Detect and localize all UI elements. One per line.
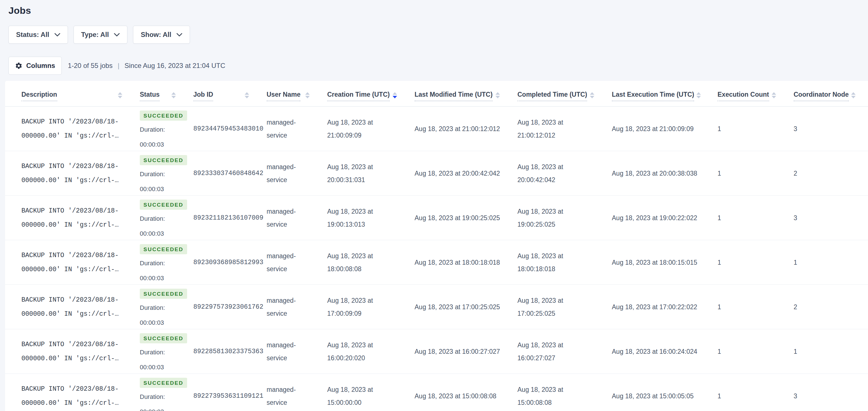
- cell-completed-time: Aug 18, 2023 at 15:00:08:08: [513, 383, 607, 409]
- column-header-9[interactable]: Coordinator Node: [788, 81, 868, 106]
- duration-value: 00:00:03: [140, 230, 188, 238]
- column-header-2[interactable]: Job ID: [188, 81, 261, 106]
- sort-asc-icon: [495, 92, 500, 95]
- cell-user-name: managed-service: [261, 249, 322, 275]
- duration-label: Duration:: [140, 393, 188, 401]
- duration-label: Duration:: [140, 126, 188, 134]
- cell-coordinator-node: 3: [788, 211, 868, 225]
- cell-creation-time: Aug 18, 2023 at 21:00:09:09: [322, 116, 409, 142]
- cell-execution-count: 1: [712, 167, 788, 180]
- column-header-label: Last Modified Time (UTC): [414, 91, 493, 101]
- sort-icons: [851, 92, 856, 98]
- column-header-label: Execution Count: [717, 91, 769, 101]
- cell-last-execution-time: Aug 18, 2023 at 19:00:22:022: [607, 211, 712, 225]
- cell-execution-count: 1: [712, 345, 788, 358]
- table-row: BACKUP INTO '/2023/08/18- 000000.00' IN …: [5, 329, 868, 374]
- cell-last-execution-time: Aug 18, 2023 at 18:00:15:015: [607, 256, 712, 269]
- cell-completed-time: Aug 18, 2023 at 18:00:18:018: [513, 249, 607, 275]
- cell-last-execution-time: Aug 18, 2023 at 17:00:22:022: [607, 300, 712, 314]
- cell-execution-count: 1: [712, 211, 788, 225]
- sort-desc-icon: [851, 96, 856, 98]
- table-row: BACKUP INTO '/2023/08/18- 000000.00' IN …: [5, 240, 868, 285]
- column-header-label: Completed Time (UTC): [518, 91, 587, 101]
- cell-description: BACKUP INTO '/2023/08/18- 000000.00' IN …: [17, 159, 135, 187]
- job-description-link[interactable]: BACKUP INTO '/2023/08/18- 000000.00' IN …: [22, 252, 119, 273]
- column-header-4[interactable]: Creation Time (UTC): [322, 81, 409, 106]
- cell-execution-count: 1: [712, 300, 788, 314]
- column-header-label: Last Execution Time (UTC): [612, 91, 694, 101]
- job-description-link[interactable]: BACKUP INTO '/2023/08/18- 000000.00' IN …: [22, 296, 119, 317]
- cell-description: BACKUP INTO '/2023/08/18- 000000.00' IN …: [17, 248, 135, 276]
- column-header-label: Status: [140, 91, 159, 101]
- cell-job-id: 892321182136107009: [188, 211, 261, 225]
- column-header-8[interactable]: Execution Count: [712, 81, 788, 106]
- column-header-label: Creation Time (UTC): [327, 91, 390, 101]
- duration-value: 00:00:03: [140, 141, 188, 149]
- column-header-5[interactable]: Last Modified Time (UTC): [409, 81, 513, 106]
- job-description-link[interactable]: BACKUP INTO '/2023/08/18- 000000.00' IN …: [22, 207, 119, 228]
- table-row: BACKUP INTO '/2023/08/18- 000000.00' IN …: [5, 196, 868, 240]
- sort-desc-icon: [590, 96, 594, 98]
- sort-asc-icon: [696, 92, 701, 95]
- chevron-down-icon: [114, 33, 120, 37]
- cell-job-id: 892344759453483010: [188, 122, 261, 135]
- cell-status: SUCCEEDED Duration: 00:00:03: [135, 242, 188, 282]
- cell-completed-time: Aug 18, 2023 at 20:00:42:042: [513, 160, 607, 186]
- cell-status: SUCCEEDED Duration: 00:00:03: [135, 376, 188, 411]
- job-description-link[interactable]: BACKUP INTO '/2023/08/18- 000000.00' IN …: [22, 118, 119, 139]
- duration-label: Duration:: [140, 259, 188, 267]
- filter-bar: Status: All Type: All Show: All: [8, 26, 868, 44]
- column-header-1[interactable]: Status: [135, 81, 188, 106]
- status-badge: SUCCEEDED: [140, 333, 187, 343]
- sort-asc-icon: [245, 92, 249, 95]
- sort-asc-icon: [590, 92, 594, 95]
- sort-desc-icon: [245, 96, 249, 98]
- sort-icons: [495, 92, 500, 98]
- job-description-link[interactable]: BACKUP INTO '/2023/08/18- 000000.00' IN …: [22, 385, 119, 407]
- sort-desc-icon: [172, 96, 176, 98]
- filter-dropdown-label: Status: All: [16, 31, 49, 39]
- duration-value: 00:00:03: [140, 408, 188, 411]
- duration-value: 00:00:03: [140, 185, 188, 194]
- sort-asc-icon: [851, 92, 856, 95]
- cell-creation-time: Aug 18, 2023 at 15:00:00:00: [322, 383, 409, 409]
- sort-desc-icon: [393, 96, 397, 98]
- column-header-3[interactable]: User Name: [261, 81, 322, 106]
- sort-icons: [245, 92, 249, 98]
- column-header-0[interactable]: Description: [17, 81, 135, 106]
- cell-status: SUCCEEDED Duration: 00:00:03: [135, 109, 188, 149]
- filter-dropdown-1[interactable]: Type: All: [73, 26, 128, 44]
- job-description-link[interactable]: BACKUP INTO '/2023/08/18- 000000.00' IN …: [22, 163, 119, 184]
- results-count: 1-20 of 55 jobs: [68, 62, 113, 70]
- filter-dropdown-0[interactable]: Status: All: [8, 26, 68, 44]
- sort-icons: [696, 92, 701, 98]
- status-badge: SUCCEEDED: [140, 378, 187, 388]
- job-description-link[interactable]: BACKUP INTO '/2023/08/18- 000000.00' IN …: [22, 341, 119, 362]
- cell-last-modified-time: Aug 18, 2023 at 19:00:25:025: [409, 211, 513, 225]
- cell-execution-count: 1: [712, 256, 788, 269]
- columns-button[interactable]: Columns: [8, 57, 62, 75]
- cell-status: SUCCEEDED Duration: 00:00:03: [135, 153, 188, 193]
- status-badge: SUCCEEDED: [140, 200, 187, 210]
- cell-status: SUCCEEDED Duration: 00:00:03: [135, 331, 188, 371]
- duration-value: 00:00:03: [140, 274, 188, 283]
- sort-desc-icon: [495, 96, 500, 98]
- cell-completed-time: Aug 18, 2023 at 19:00:25:025: [513, 205, 607, 231]
- table-body: BACKUP INTO '/2023/08/18- 000000.00' IN …: [5, 107, 868, 411]
- cell-coordinator-node: 2: [788, 167, 868, 180]
- cell-execution-count: 1: [712, 122, 788, 135]
- sort-desc-icon: [305, 96, 310, 98]
- chevron-down-icon: [177, 33, 182, 37]
- cell-creation-time: Aug 18, 2023 at 18:00:08:08: [322, 249, 409, 275]
- duration-label: Duration:: [140, 170, 188, 178]
- cell-description: BACKUP INTO '/2023/08/18- 000000.00' IN …: [17, 337, 135, 365]
- column-header-6[interactable]: Completed Time (UTC): [513, 81, 607, 106]
- filter-dropdown-2[interactable]: Show: All: [133, 26, 190, 44]
- duration-value: 00:00:03: [140, 363, 188, 372]
- cell-last-modified-time: Aug 18, 2023 at 15:00:08:08: [409, 389, 513, 403]
- cell-completed-time: Aug 18, 2023 at 16:00:27:027: [513, 339, 607, 364]
- cell-last-modified-time: Aug 18, 2023 at 20:00:42:042: [409, 167, 513, 180]
- status-badge: SUCCEEDED: [140, 289, 187, 299]
- column-header-7[interactable]: Last Execution Time (UTC): [607, 81, 712, 106]
- cell-status: SUCCEEDED Duration: 00:00:03: [135, 198, 188, 238]
